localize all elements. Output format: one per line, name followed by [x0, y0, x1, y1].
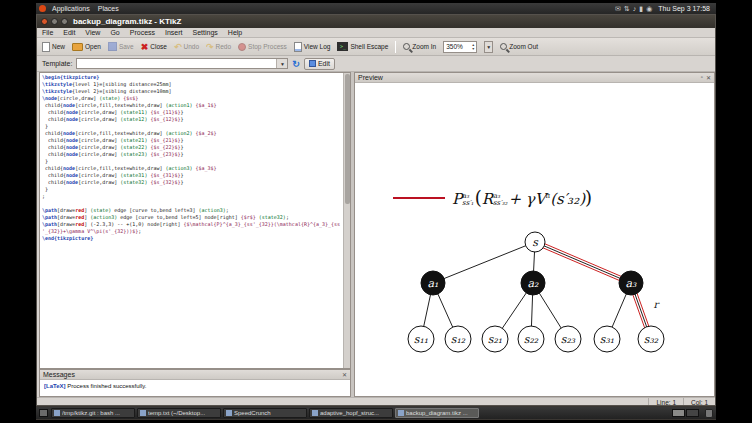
template-edit-button[interactable]: Edit: [304, 58, 335, 70]
zoom-level-spinbox[interactable]: 350% ▴▾: [443, 41, 477, 53]
window-button-label: temp.txt (~/Desktop...: [148, 410, 205, 416]
code-line: \begin{tikzpicture}: [42, 74, 342, 81]
redo-label: Redo: [216, 43, 232, 50]
label-s31: s₃₁: [600, 333, 614, 346]
preview-close-icon[interactable]: ✕: [706, 74, 711, 81]
close-button[interactable]: ✖Close: [141, 42, 167, 52]
preview-pane: Preview ▫ ✕: [354, 72, 715, 397]
stop-label: Stop Process: [248, 43, 287, 50]
open-button[interactable]: Open: [72, 43, 101, 51]
combo-dropdown-icon[interactable]: ▼: [276, 59, 287, 68]
workspace-switcher: [672, 409, 699, 417]
clock[interactable]: Thu Sep 3 17:58: [655, 5, 713, 12]
battery-icon[interactable]: ▮: [639, 3, 643, 14]
zoom-level-value: 350%: [446, 43, 472, 50]
messages-close-icon[interactable]: ✕: [342, 371, 347, 378]
code-line: child{node[circle,draw] (state11) {$s_{1…: [42, 109, 342, 116]
zoom-in-label: Zoom In: [412, 43, 436, 50]
shell-escape-button[interactable]: >_Shell Escape: [337, 42, 388, 51]
redo-button[interactable]: ↷Redo: [206, 42, 231, 52]
editor-pane[interactable]: \begin{tikzpicture}\tikzstyle{level 1}=[…: [39, 72, 351, 369]
shell-terminal-icon: >_: [337, 42, 348, 51]
preview-title: Preview: [358, 74, 383, 81]
formula-p: P: [452, 190, 462, 208]
code-line: \path[draw=red] (-2.3,3) -- +(1,0) node[…: [42, 221, 342, 228]
zoom-in-button[interactable]: Zoom In: [403, 43, 436, 50]
zoom-out-icon: [500, 43, 507, 50]
code-area[interactable]: \begin{tikzpicture}\tikzstyle{level 1}=[…: [42, 74, 342, 368]
window-icon: [140, 410, 146, 416]
window-icon: [54, 410, 60, 416]
zoom-dropdown-arrow[interactable]: ▼: [484, 41, 493, 53]
menu-process[interactable]: Process: [125, 28, 160, 38]
code-line: child{node[circle,draw] (state21) {$s_{2…: [42, 137, 342, 144]
ktikz-window: backup_diagram.tikz - KTikZ FileEditView…: [36, 14, 716, 406]
menu-file[interactable]: File: [37, 28, 58, 38]
new-file-icon: [42, 42, 50, 52]
editor-scrollbar[interactable]: [343, 73, 350, 368]
code-line: child{node[circle,fill,text=white,draw] …: [42, 165, 342, 172]
menu-places[interactable]: Places: [94, 3, 123, 14]
menu-applications[interactable]: Applications: [48, 3, 94, 14]
zoom-spinner-arrows[interactable]: ▴▾: [472, 43, 474, 51]
taskbar-window-button[interactable]: temp.txt (~/Desktop...: [137, 408, 221, 418]
menu-view[interactable]: View: [80, 28, 105, 38]
formula-r: R: [482, 190, 493, 208]
messages-text: Process finished successfully.: [66, 383, 147, 389]
template-combobox[interactable]: ▼: [76, 58, 288, 69]
code-line: '_{32}}+\gamma V^\pi(s'_{32}))$};: [42, 228, 342, 235]
network-icon[interactable]: ⇅: [624, 3, 630, 14]
label-s32: s₃₂: [644, 333, 659, 346]
statusbar: Line: 1 Col: 1: [37, 397, 715, 406]
stop-process-button[interactable]: Stop Process: [238, 43, 287, 51]
new-button[interactable]: New: [42, 42, 65, 52]
window-minimize-icon[interactable]: [51, 18, 58, 25]
undo-button[interactable]: ↶Undo: [174, 42, 199, 52]
taskbar-window-button[interactable]: /tmp/ktikz.git : bash ...: [51, 408, 135, 418]
menu-go[interactable]: Go: [105, 28, 124, 38]
label-s11: s₁₁: [414, 333, 428, 346]
code-line: child{node[circle,draw] (state31) {$s_{3…: [42, 172, 342, 179]
trash-icon[interactable]: [705, 409, 713, 418]
label-s12: s₁₂: [451, 333, 466, 346]
taskbar-window-button[interactable]: adaptive_hopf_struc...: [309, 408, 393, 418]
menu-settings[interactable]: Settings: [188, 28, 223, 38]
reload-template-icon[interactable]: ↻: [292, 59, 300, 69]
titlebar[interactable]: backup_diagram.tikz - KTikZ: [37, 15, 715, 28]
mail-icon[interactable]: ✉: [615, 3, 621, 14]
preview-header: Preview ▫ ✕: [355, 73, 714, 83]
stop-icon: [238, 43, 246, 51]
label-r: r: [654, 299, 661, 310]
window-maximize-icon[interactable]: [61, 18, 68, 25]
preview-content: s a₁ a₂ a₃ s₁₁ s₁₂ s₂₁ s₂₂ s₂₃ s₃₁ s₃₂ r: [355, 83, 714, 397]
menu-help[interactable]: Help: [223, 28, 247, 38]
show-desktop-icon[interactable]: [39, 409, 48, 417]
toolbar-separator: [395, 41, 396, 53]
code-line: child{node[circle,draw] (state23) {$s_{2…: [42, 151, 342, 158]
menu-insert[interactable]: Insert: [160, 28, 188, 38]
status-line: Line: 1: [648, 398, 683, 407]
undo-label: Undo: [183, 43, 199, 50]
window-icon: [312, 410, 318, 416]
code-line: \path[draw=red] (state) edge [curve to,b…: [42, 207, 342, 214]
workspace-2[interactable]: [686, 409, 699, 417]
open-paren: (: [475, 187, 482, 208]
scrollbar-thumb[interactable]: [345, 74, 350, 204]
taskbar-window-button[interactable]: SpeedCrunch: [223, 408, 307, 418]
save-button[interactable]: Save: [108, 42, 134, 51]
close-x-icon: ✖: [141, 42, 149, 52]
code-line: }: [42, 186, 342, 193]
code-line: \tikzstyle{level 1}=[sibling distance=25…: [42, 81, 342, 88]
window-button-label: backup_diagram.tikz ...: [406, 410, 468, 416]
label-a1: a₁: [428, 277, 439, 290]
menu-edit[interactable]: Edit: [58, 28, 80, 38]
session-icon[interactable]: ◉: [646, 3, 652, 14]
undock-icon[interactable]: ▫: [701, 74, 703, 81]
zoom-out-button[interactable]: Zoom Out: [500, 43, 538, 50]
view-log-button[interactable]: View Log: [294, 42, 331, 52]
workspace-1[interactable]: [672, 409, 685, 417]
window-close-icon[interactable]: [41, 18, 48, 25]
volume-icon[interactable]: ♪: [633, 3, 637, 14]
taskbar-window-button[interactable]: backup_diagram.tikz ...: [395, 408, 479, 418]
distro-logo-icon[interactable]: [39, 5, 46, 12]
